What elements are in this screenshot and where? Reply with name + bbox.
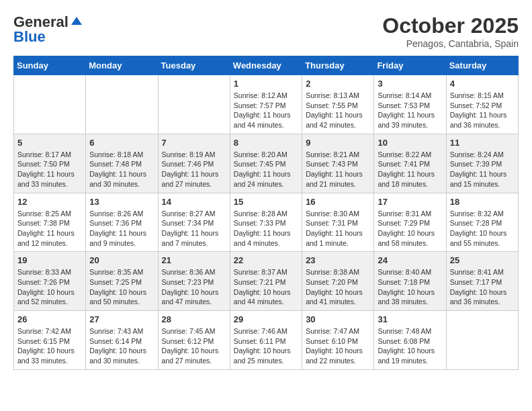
- calendar-cell: 26Sunrise: 7:42 AM Sunset: 6:15 PM Dayli…: [14, 311, 86, 370]
- month-title: October 2025: [382, 13, 519, 38]
- calendar-cell: 9Sunrise: 8:21 AM Sunset: 7:43 PM Daylig…: [302, 134, 374, 193]
- day-number: 12: [17, 197, 82, 207]
- day-info: Sunrise: 8:25 AM Sunset: 7:38 PM Dayligh…: [17, 209, 82, 248]
- calendar-cell: 7Sunrise: 8:19 AM Sunset: 7:46 PM Daylig…: [158, 134, 230, 193]
- day-info: Sunrise: 7:46 AM Sunset: 6:11 PM Dayligh…: [234, 326, 298, 366]
- calendar-cell: [446, 311, 518, 370]
- day-number: 3: [378, 79, 442, 89]
- weekday-header-thursday: Thursday: [302, 56, 374, 75]
- calendar-week-row: 19Sunrise: 8:33 AM Sunset: 7:26 PM Dayli…: [14, 252, 519, 311]
- day-info: Sunrise: 7:42 AM Sunset: 6:15 PM Dayligh…: [17, 326, 82, 366]
- weekday-header-row: SundayMondayTuesdayWednesdayThursdayFrid…: [14, 56, 519, 75]
- weekday-header-wednesday: Wednesday: [230, 56, 302, 75]
- calendar-week-row: 1Sunrise: 8:12 AM Sunset: 7:57 PM Daylig…: [14, 75, 519, 134]
- calendar-week-row: 26Sunrise: 7:42 AM Sunset: 6:15 PM Dayli…: [14, 311, 519, 370]
- day-number: 16: [306, 197, 370, 207]
- day-number: 4: [450, 79, 515, 89]
- day-info: Sunrise: 8:24 AM Sunset: 7:39 PM Dayligh…: [450, 150, 515, 189]
- calendar-cell: 28Sunrise: 7:45 AM Sunset: 6:12 PM Dayli…: [158, 311, 230, 370]
- day-info: Sunrise: 8:40 AM Sunset: 7:18 PM Dayligh…: [378, 267, 442, 307]
- calendar-cell: 3Sunrise: 8:14 AM Sunset: 7:53 PM Daylig…: [374, 75, 446, 134]
- calendar-cell: 8Sunrise: 8:20 AM Sunset: 7:45 PM Daylig…: [230, 134, 302, 193]
- calendar-cell: 12Sunrise: 8:25 AM Sunset: 7:38 PM Dayli…: [14, 193, 86, 252]
- calendar-cell: 27Sunrise: 7:43 AM Sunset: 6:14 PM Dayli…: [86, 311, 158, 370]
- day-info: Sunrise: 8:21 AM Sunset: 7:43 PM Dayligh…: [306, 150, 370, 189]
- day-number: 9: [306, 138, 370, 148]
- day-number: 23: [306, 255, 370, 265]
- day-info: Sunrise: 8:30 AM Sunset: 7:31 PM Dayligh…: [306, 209, 370, 248]
- day-number: 21: [162, 255, 226, 265]
- calendar-cell: 24Sunrise: 8:40 AM Sunset: 7:18 PM Dayli…: [374, 252, 446, 311]
- day-number: 19: [17, 255, 82, 265]
- day-number: 25: [450, 255, 515, 265]
- weekday-header-sunday: Sunday: [14, 56, 86, 75]
- day-info: Sunrise: 8:18 AM Sunset: 7:48 PM Dayligh…: [89, 150, 154, 189]
- weekday-header-tuesday: Tuesday: [158, 56, 230, 75]
- day-number: 11: [450, 138, 515, 148]
- day-info: Sunrise: 8:37 AM Sunset: 7:21 PM Dayligh…: [234, 267, 298, 307]
- day-number: 5: [17, 138, 82, 148]
- day-info: Sunrise: 8:31 AM Sunset: 7:29 PM Dayligh…: [378, 209, 442, 248]
- day-info: Sunrise: 8:22 AM Sunset: 7:41 PM Dayligh…: [378, 150, 442, 189]
- calendar-cell: 10Sunrise: 8:22 AM Sunset: 7:41 PM Dayli…: [374, 134, 446, 193]
- day-number: 14: [162, 197, 226, 207]
- day-number: 20: [89, 255, 154, 265]
- day-number: 29: [234, 314, 298, 324]
- day-number: 2: [306, 79, 370, 89]
- day-info: Sunrise: 8:32 AM Sunset: 7:28 PM Dayligh…: [450, 209, 515, 248]
- day-info: Sunrise: 8:35 AM Sunset: 7:25 PM Dayligh…: [89, 267, 154, 307]
- day-info: Sunrise: 8:14 AM Sunset: 7:53 PM Dayligh…: [378, 91, 442, 130]
- day-number: 1: [234, 79, 298, 89]
- day-info: Sunrise: 7:43 AM Sunset: 6:14 PM Dayligh…: [89, 326, 154, 366]
- calendar-table: SundayMondayTuesdayWednesdayThursdayFrid…: [13, 56, 519, 370]
- calendar-cell: [158, 75, 230, 134]
- weekday-header-saturday: Saturday: [446, 56, 518, 75]
- logo-blue-text: Blue: [13, 28, 46, 46]
- day-number: 28: [162, 314, 226, 324]
- day-number: 26: [17, 314, 82, 324]
- day-info: Sunrise: 8:33 AM Sunset: 7:26 PM Dayligh…: [17, 267, 82, 307]
- calendar-cell: 29Sunrise: 7:46 AM Sunset: 6:11 PM Dayli…: [230, 311, 302, 370]
- calendar-cell: 5Sunrise: 8:17 AM Sunset: 7:50 PM Daylig…: [14, 134, 86, 193]
- day-info: Sunrise: 8:28 AM Sunset: 7:33 PM Dayligh…: [234, 209, 298, 248]
- day-info: Sunrise: 7:47 AM Sunset: 6:10 PM Dayligh…: [306, 326, 370, 366]
- day-number: 18: [450, 197, 515, 207]
- calendar-cell: 1Sunrise: 8:12 AM Sunset: 7:57 PM Daylig…: [230, 75, 302, 134]
- calendar-cell: 6Sunrise: 8:18 AM Sunset: 7:48 PM Daylig…: [86, 134, 158, 193]
- day-number: 8: [234, 138, 298, 148]
- day-number: 13: [89, 197, 154, 207]
- calendar-cell: 25Sunrise: 8:41 AM Sunset: 7:17 PM Dayli…: [446, 252, 518, 311]
- day-info: Sunrise: 8:41 AM Sunset: 7:17 PM Dayligh…: [450, 267, 515, 307]
- calendar-week-row: 12Sunrise: 8:25 AM Sunset: 7:38 PM Dayli…: [14, 193, 519, 252]
- day-info: Sunrise: 8:19 AM Sunset: 7:46 PM Dayligh…: [162, 150, 226, 189]
- calendar-cell: 22Sunrise: 8:37 AM Sunset: 7:21 PM Dayli…: [230, 252, 302, 311]
- calendar-cell: 31Sunrise: 7:48 AM Sunset: 6:08 PM Dayli…: [374, 311, 446, 370]
- calendar-cell: 23Sunrise: 8:38 AM Sunset: 7:20 PM Dayli…: [302, 252, 374, 311]
- day-number: 30: [306, 314, 370, 324]
- calendar-cell: 4Sunrise: 8:15 AM Sunset: 7:52 PM Daylig…: [446, 75, 518, 134]
- day-number: 22: [234, 255, 298, 265]
- calendar-cell: 20Sunrise: 8:35 AM Sunset: 7:25 PM Dayli…: [86, 252, 158, 311]
- calendar-cell: 2Sunrise: 8:13 AM Sunset: 7:55 PM Daylig…: [302, 75, 374, 134]
- calendar-cell: 15Sunrise: 8:28 AM Sunset: 7:33 PM Dayli…: [230, 193, 302, 252]
- day-info: Sunrise: 8:13 AM Sunset: 7:55 PM Dayligh…: [306, 91, 370, 130]
- day-info: Sunrise: 8:36 AM Sunset: 7:23 PM Dayligh…: [162, 267, 226, 307]
- calendar-cell: 17Sunrise: 8:31 AM Sunset: 7:29 PM Dayli…: [374, 193, 446, 252]
- page-header: General Blue October 2025 Penagos, Canta…: [13, 13, 519, 49]
- day-number: 27: [89, 314, 154, 324]
- day-info: Sunrise: 8:12 AM Sunset: 7:57 PM Dayligh…: [234, 91, 298, 130]
- calendar-cell: 18Sunrise: 8:32 AM Sunset: 7:28 PM Dayli…: [446, 193, 518, 252]
- day-info: Sunrise: 8:17 AM Sunset: 7:50 PM Dayligh…: [17, 150, 82, 189]
- day-info: Sunrise: 8:27 AM Sunset: 7:34 PM Dayligh…: [162, 209, 226, 248]
- logo-icon: [70, 15, 83, 29]
- location: Penagos, Cantabria, Spain: [382, 38, 519, 49]
- title-area: October 2025 Penagos, Cantabria, Spain: [382, 13, 519, 49]
- day-info: Sunrise: 8:20 AM Sunset: 7:45 PM Dayligh…: [234, 150, 298, 189]
- calendar-cell: 16Sunrise: 8:30 AM Sunset: 7:31 PM Dayli…: [302, 193, 374, 252]
- day-number: 17: [378, 197, 442, 207]
- calendar-cell: [14, 75, 86, 134]
- calendar-cell: 14Sunrise: 8:27 AM Sunset: 7:34 PM Dayli…: [158, 193, 230, 252]
- calendar-cell: 30Sunrise: 7:47 AM Sunset: 6:10 PM Dayli…: [302, 311, 374, 370]
- day-number: 7: [162, 138, 226, 148]
- calendar-cell: 13Sunrise: 8:26 AM Sunset: 7:36 PM Dayli…: [86, 193, 158, 252]
